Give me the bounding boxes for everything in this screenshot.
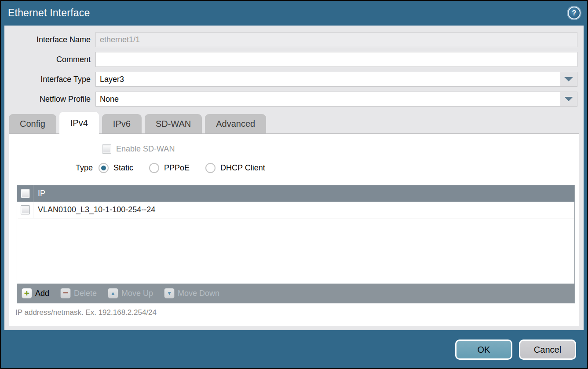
ok-button[interactable]: OK	[455, 339, 512, 360]
cancel-button[interactable]: Cancel	[519, 339, 576, 360]
dialog-titlebar: Ethernet Interface ?	[1, 1, 587, 25]
interface-type-dropdown-button[interactable]	[560, 72, 577, 87]
comment-field[interactable]	[95, 52, 577, 67]
radio-dhcp-client[interactable]: DHCP Client	[205, 163, 265, 173]
table-row[interactable]: VLAN0100_L3_10-1-100-254--24	[17, 202, 574, 218]
select-all-checkbox[interactable]	[21, 189, 30, 198]
netflow-profile-row: Netflow Profile None	[4, 92, 577, 107]
netflow-profile-value: None	[95, 92, 560, 107]
enable-sdwan-row: Enable SD-WAN	[9, 134, 579, 154]
delete-button-label: Delete	[74, 289, 97, 298]
ipv4-tab-panel: Enable SD-WAN Type Static PPPoE DHCP Cli…	[9, 133, 579, 326]
ip-netmask-hint: IP address/netmask. Ex. 192.168.2.254/24	[15, 308, 579, 317]
interface-type-row: Interface Type Layer3	[4, 72, 577, 87]
add-button-label: Add	[35, 289, 49, 298]
enable-sdwan-checkbox	[102, 144, 111, 154]
comment-row: Comment	[4, 52, 577, 67]
dialog-footer: OK Cancel	[1, 331, 587, 368]
ip-column-header: IP	[33, 189, 45, 198]
minus-icon: −	[60, 288, 71, 299]
chevron-down-icon	[564, 97, 573, 101]
move-down-button[interactable]: ▼ Move Down	[164, 288, 219, 299]
type-selector-row: Type Static PPPoE DHCP Client	[9, 163, 579, 173]
help-icon[interactable]: ?	[568, 7, 581, 19]
ip-table-body: VLAN0100_L3_10-1-100-254--24	[17, 202, 574, 284]
plus-icon: +	[22, 288, 32, 299]
ethernet-interface-dialog: Ethernet Interface ? Interface Name ethe…	[1, 1, 587, 368]
radio-static-label: Static	[113, 163, 133, 173]
row-checkbox[interactable]	[21, 205, 30, 214]
radio-dhcp-client-label: DHCP Client	[220, 163, 265, 173]
ip-address-table: IP VLAN0100_L3_10-1-100-254--24 + Add	[17, 185, 575, 303]
tab-ipv6[interactable]: IPv6	[102, 114, 142, 133]
radio-button-icon	[149, 163, 159, 173]
tab-config[interactable]: Config	[9, 114, 56, 133]
tab-advanced[interactable]: Advanced	[205, 114, 266, 133]
move-up-button-label: Move Up	[121, 289, 153, 298]
header-checkbox-cell	[17, 185, 33, 202]
move-up-button[interactable]: ▲ Move Up	[108, 288, 153, 299]
type-label: Type	[76, 163, 93, 173]
add-button[interactable]: + Add	[22, 288, 49, 299]
row-checkbox-cell	[17, 202, 33, 218]
tab-bar: Config IPv4 IPv6 SD-WAN Advanced	[9, 111, 584, 133]
move-down-button-label: Move Down	[178, 289, 219, 298]
interface-name-field: ethernet1/1	[95, 32, 577, 47]
interface-type-select[interactable]: Layer3	[95, 72, 577, 87]
interface-name-row: Interface Name ethernet1/1	[4, 32, 577, 47]
netflow-profile-select[interactable]: None	[95, 92, 577, 107]
interface-type-label: Interface Type	[4, 72, 95, 87]
interface-form: Interface Name ethernet1/1 Comment Inter…	[4, 26, 584, 107]
chevron-down-icon	[564, 77, 573, 81]
delete-button[interactable]: − Delete	[60, 288, 97, 299]
interface-type-value: Layer3	[95, 72, 560, 87]
radio-button-icon	[205, 163, 215, 173]
ip-table-header: IP	[17, 185, 574, 202]
comment-label: Comment	[4, 52, 95, 67]
tab-ipv4[interactable]: IPv4	[59, 112, 99, 134]
radio-button-icon	[99, 163, 109, 173]
dialog-title: Ethernet Interface	[8, 7, 90, 19]
arrow-down-icon: ▼	[164, 288, 175, 299]
ip-table-toolbar: + Add − Delete ▲ Move Up ▼ Move Down	[17, 284, 574, 303]
interface-name-label: Interface Name	[4, 32, 95, 47]
tab-sdwan[interactable]: SD-WAN	[145, 114, 202, 133]
radio-pppoe[interactable]: PPPoE	[149, 163, 190, 173]
arrow-up-icon: ▲	[108, 288, 118, 299]
netflow-profile-dropdown-button[interactable]	[560, 92, 577, 107]
dialog-content: Interface Name ethernet1/1 Comment Inter…	[4, 26, 584, 330]
radio-static[interactable]: Static	[99, 163, 133, 173]
netflow-profile-label: Netflow Profile	[4, 92, 95, 107]
radio-pppoe-label: PPPoE	[164, 163, 190, 173]
enable-sdwan-label: Enable SD-WAN	[116, 144, 175, 154]
ip-cell[interactable]: VLAN0100_L3_10-1-100-254--24	[33, 205, 155, 214]
